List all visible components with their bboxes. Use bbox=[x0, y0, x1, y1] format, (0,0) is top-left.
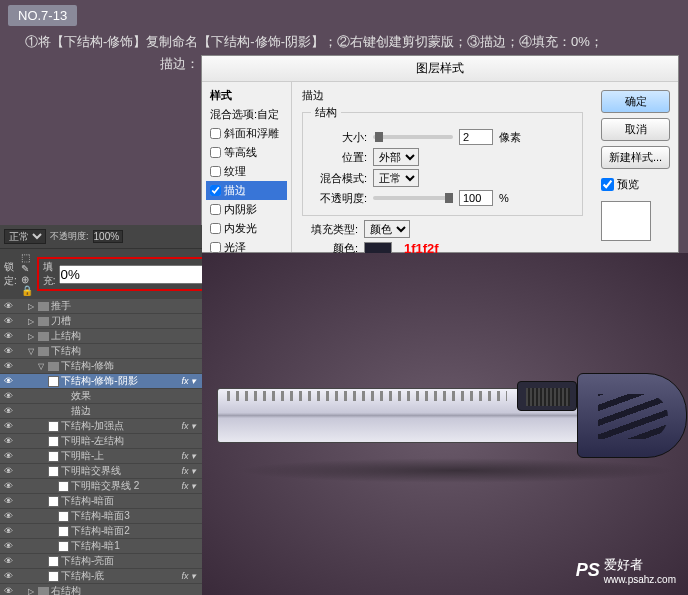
layer-icon bbox=[48, 466, 59, 477]
layer-name: 下结构-修饰 bbox=[61, 359, 114, 373]
blend-mode-dropdown[interactable]: 正常 bbox=[4, 229, 46, 244]
opt-inner-glow[interactable]: 内发光 bbox=[206, 219, 287, 238]
folder-icon bbox=[38, 332, 49, 341]
visibility-icon[interactable]: 👁 bbox=[2, 510, 14, 522]
visibility-icon[interactable]: 👁 bbox=[2, 585, 14, 595]
layer-name: 刀槽 bbox=[51, 314, 71, 328]
visibility-icon[interactable]: 👁 bbox=[2, 525, 14, 537]
layer-name: 下结构-修饰-阴影 bbox=[61, 374, 138, 388]
layer-row[interactable]: 👁下结构-修饰-阴影fx ▾ bbox=[0, 374, 202, 389]
blend-mode-label: 混合模式: bbox=[311, 171, 367, 186]
styles-header: 样式 bbox=[206, 86, 287, 105]
size-slider[interactable] bbox=[373, 135, 453, 139]
visibility-icon[interactable]: 👁 bbox=[2, 330, 14, 342]
layer-icon bbox=[58, 511, 69, 522]
layer-row[interactable]: 👁下结构-暗面3 bbox=[0, 509, 202, 524]
opt-texture[interactable]: 纹理 bbox=[206, 162, 287, 181]
visibility-icon[interactable]: 👁 bbox=[2, 435, 14, 447]
dialog-title: 图层样式 bbox=[202, 56, 678, 82]
opacity-input[interactable] bbox=[459, 190, 493, 206]
fx-badge[interactable]: fx ▾ bbox=[181, 466, 200, 476]
ok-button[interactable]: 确定 bbox=[601, 90, 670, 113]
folder-icon bbox=[38, 317, 49, 326]
layer-row[interactable]: 👁下结构-暗1 bbox=[0, 539, 202, 554]
visibility-icon[interactable]: 👁 bbox=[2, 570, 14, 582]
opacity-value[interactable] bbox=[93, 230, 123, 243]
visibility-icon[interactable]: 👁 bbox=[2, 555, 14, 567]
folder-icon bbox=[38, 587, 49, 596]
visibility-icon[interactable]: 👁 bbox=[2, 540, 14, 552]
visibility-icon[interactable]: 👁 bbox=[2, 480, 14, 492]
satin-checkbox[interactable] bbox=[210, 242, 221, 253]
layer-row[interactable]: 👁下明暗-上fx ▾ bbox=[0, 449, 202, 464]
contour-checkbox[interactable] bbox=[210, 147, 221, 158]
fx-badge[interactable]: fx ▾ bbox=[181, 571, 200, 581]
visibility-icon[interactable]: 👁 bbox=[2, 420, 14, 432]
visibility-icon[interactable]: 👁 bbox=[2, 465, 14, 477]
layer-name: 下结构-暗1 bbox=[71, 539, 120, 553]
visibility-icon[interactable]: 👁 bbox=[2, 495, 14, 507]
texture-checkbox[interactable] bbox=[210, 166, 221, 177]
watermark: PS 爱好者 www.psahz.com bbox=[576, 556, 676, 585]
blend-options[interactable]: 混合选项:自定 bbox=[206, 105, 287, 124]
layers-toolbar: 正常 不透明度: bbox=[0, 225, 202, 248]
visibility-icon[interactable]: 👁 bbox=[2, 390, 14, 402]
layer-row[interactable]: 👁▷刀槽 bbox=[0, 314, 202, 329]
filltype-select[interactable]: 颜色 bbox=[364, 220, 410, 238]
layer-row[interactable]: 👁下明暗交界线 2fx ▾ bbox=[0, 479, 202, 494]
new-style-button[interactable]: 新建样式... bbox=[601, 146, 670, 169]
bevel-checkbox[interactable] bbox=[210, 128, 221, 139]
visibility-icon[interactable]: 👁 bbox=[2, 450, 14, 462]
layer-row[interactable]: 👁下结构-暗面2 bbox=[0, 524, 202, 539]
inner-shadow-checkbox[interactable] bbox=[210, 204, 221, 215]
fx-badge[interactable]: fx ▾ bbox=[181, 376, 200, 386]
visibility-icon[interactable]: 👁 bbox=[2, 360, 14, 372]
layer-name: 下结构 bbox=[51, 344, 81, 358]
layer-row[interactable]: 👁下明暗-左结构 bbox=[0, 434, 202, 449]
opt-stroke[interactable]: 描边 bbox=[206, 181, 287, 200]
fx-badge[interactable]: fx ▾ bbox=[181, 451, 200, 461]
layer-row[interactable]: 👁下结构-加强点fx ▾ bbox=[0, 419, 202, 434]
size-input[interactable] bbox=[459, 129, 493, 145]
visibility-icon[interactable]: 👁 bbox=[2, 375, 14, 387]
watermark-url: www.psahz.com bbox=[604, 574, 676, 585]
layer-row[interactable]: 👁▷右结构 bbox=[0, 584, 202, 595]
lock-icons[interactable]: ⬚ ✎ ⊕ 🔒 bbox=[21, 252, 33, 296]
layer-name: 下结构-暗面3 bbox=[71, 509, 130, 523]
visibility-icon[interactable]: 👁 bbox=[2, 345, 14, 357]
layer-icon bbox=[58, 541, 69, 552]
layer-name: 下结构-亮面 bbox=[61, 554, 114, 568]
fx-badge[interactable]: fx ▾ bbox=[181, 481, 200, 491]
watermark-name: 爱好者 bbox=[604, 557, 643, 572]
layer-row[interactable]: 👁下明暗交界线fx ▾ bbox=[0, 464, 202, 479]
opt-contour[interactable]: 等高线 bbox=[206, 143, 287, 162]
layer-row[interactable]: 👁效果 bbox=[0, 389, 202, 404]
preview-checkbox-row[interactable]: 预览 bbox=[601, 177, 670, 192]
layer-name: 推手 bbox=[51, 299, 71, 313]
position-select[interactable]: 外部 bbox=[373, 148, 419, 166]
layer-row[interactable]: 👁▷上结构 bbox=[0, 329, 202, 344]
layer-icon bbox=[48, 556, 59, 567]
preview-checkbox[interactable] bbox=[601, 178, 614, 191]
stroke-checkbox[interactable] bbox=[210, 185, 221, 196]
layer-row[interactable]: 👁描边 bbox=[0, 404, 202, 419]
visibility-icon[interactable]: 👁 bbox=[2, 405, 14, 417]
opt-inner-shadow[interactable]: 内阴影 bbox=[206, 200, 287, 219]
visibility-icon[interactable]: 👁 bbox=[2, 300, 14, 312]
blend-mode-select[interactable]: 正常 bbox=[373, 169, 419, 187]
layer-row[interactable]: 👁▽下结构-修饰 bbox=[0, 359, 202, 374]
layer-row[interactable]: 👁下结构-底fx ▾ bbox=[0, 569, 202, 584]
fx-badge[interactable]: fx ▾ bbox=[181, 421, 200, 431]
visibility-icon[interactable]: 👁 bbox=[2, 315, 14, 327]
opt-bevel[interactable]: 斜面和浮雕 bbox=[206, 124, 287, 143]
layer-row[interactable]: 👁下结构-亮面 bbox=[0, 554, 202, 569]
opacity-slider[interactable] bbox=[373, 196, 453, 200]
layer-row[interactable]: 👁下结构-暗面 bbox=[0, 494, 202, 509]
layers-lock-row: 锁定: ⬚ ✎ ⊕ 🔒 填充: bbox=[0, 248, 202, 299]
inner-glow-checkbox[interactable] bbox=[210, 223, 221, 234]
layer-name: 下结构-加强点 bbox=[61, 419, 124, 433]
cancel-button[interactable]: 取消 bbox=[601, 118, 670, 141]
layer-row[interactable]: 👁▷推手 bbox=[0, 299, 202, 314]
layer-tree[interactable]: 👁▷推手👁▷刀槽👁▷上结构👁▽下结构👁▽下结构-修饰👁下结构-修饰-阴影fx ▾… bbox=[0, 299, 202, 595]
layer-row[interactable]: 👁▽下结构 bbox=[0, 344, 202, 359]
